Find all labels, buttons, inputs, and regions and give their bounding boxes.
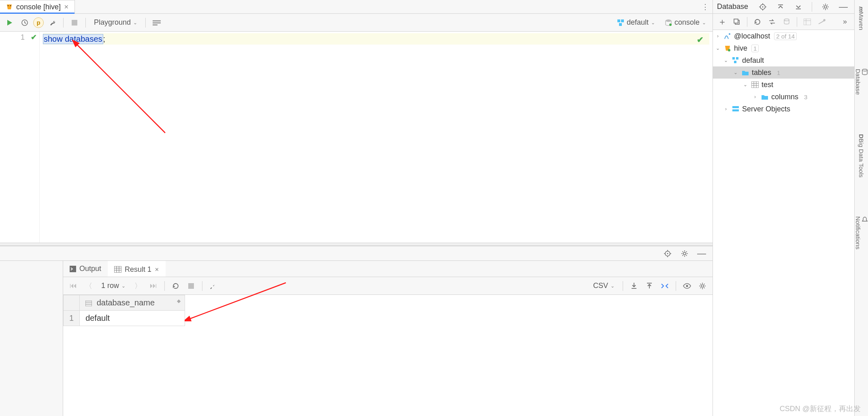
results-toolbar: ⏮ 〈 1 row ⌄ 〉 ⏭: [63, 277, 713, 295]
tree-count: 3: [802, 94, 809, 100]
tree-node-columns[interactable]: › columns 3: [713, 91, 854, 103]
results-panel-toolbar: —: [0, 246, 713, 261]
copy-button[interactable]: [730, 15, 744, 29]
run-button[interactable]: [2, 16, 16, 30]
ddl-button: [815, 15, 829, 29]
editor-content[interactable]: show databases ; ✔: [40, 32, 713, 243]
tree-node-localhost[interactable]: › @localhost 2 of 14: [713, 30, 854, 42]
sql-editor[interactable]: 1 ✔ show databases ; ✔: [0, 32, 713, 243]
compare-button[interactable]: [658, 279, 672, 293]
svg-rect-47: [736, 57, 738, 60]
export-down-button[interactable]: [627, 279, 641, 293]
close-icon[interactable]: ✕: [155, 267, 159, 273]
svg-rect-54: [732, 106, 739, 108]
locate-button[interactable]: [661, 247, 674, 260]
database-panel-title: Database: [717, 2, 752, 11]
chevron-down-icon: ⌄: [651, 20, 655, 26]
check-icon: ✔: [31, 33, 37, 42]
session-icon: [665, 19, 672, 26]
column-header-label: database_name: [97, 298, 155, 307]
tree-node-default[interactable]: ⌄ default: [713, 54, 854, 66]
row-count-dropdown[interactable]: 1 row ⌄: [97, 279, 130, 293]
chevron-down-icon: ⌄: [742, 82, 749, 87]
chevron-right-icon: ›: [752, 94, 758, 100]
sync-button[interactable]: [765, 15, 779, 29]
tree-count: 2 of 14: [774, 32, 797, 40]
reload-button[interactable]: [169, 279, 183, 293]
results-tabs: Output Result 1 ✕: [63, 261, 713, 277]
side-tab-notifications[interactable]: Notifications: [854, 213, 868, 253]
results-grid[interactable]: database_name ◆ 1 default: [63, 295, 713, 416]
table-icon: [751, 81, 759, 89]
code-text: ;: [103, 34, 106, 44]
eye-button[interactable]: [680, 279, 694, 293]
playground-dropdown[interactable]: Playground ⌄: [90, 16, 141, 30]
code-selection: show databases: [43, 34, 103, 44]
session-dropdown[interactable]: console ⌄: [661, 16, 710, 30]
tree-node-server-objects[interactable]: › Server Objects: [713, 103, 854, 115]
svg-rect-40: [804, 19, 811, 25]
svg-rect-17: [114, 266, 121, 273]
table-row[interactable]: 1 default: [64, 311, 185, 326]
close-icon[interactable]: ✕: [64, 4, 69, 10]
svg-line-12: [76, 44, 165, 133]
explain-plan-button[interactable]: [150, 16, 164, 30]
output-tab[interactable]: Output: [63, 261, 108, 277]
expand-down-button[interactable]: [791, 0, 805, 14]
gear-icon[interactable]: [678, 247, 691, 260]
add-button[interactable]: ＋: [715, 15, 729, 29]
side-tab-bigdata[interactable]: DBig Data Tools: [857, 131, 866, 181]
svg-point-45: [728, 49, 730, 51]
table-view-button: [800, 15, 814, 29]
history-button[interactable]: [18, 16, 32, 30]
right-tool-tabs: mMaven Database DBig Data Tools Notifica…: [854, 0, 868, 416]
line-number: 1: [21, 33, 25, 42]
svg-point-10: [666, 19, 671, 22]
tree-node-hive[interactable]: ⌄ hive 1: [713, 42, 854, 54]
cell-value[interactable]: default: [80, 311, 185, 326]
check-icon: ✔: [697, 35, 704, 45]
results-side-gutter: [0, 261, 63, 416]
svg-point-14: [667, 253, 668, 254]
svg-rect-49: [751, 81, 759, 88]
gear-icon[interactable]: [819, 0, 832, 14]
import-up-button[interactable]: [642, 279, 656, 293]
database-panel-header: Database —: [713, 0, 854, 14]
result-tab[interactable]: Result 1 ✕: [108, 261, 166, 277]
svg-rect-48: [734, 61, 736, 63]
column-header-database-name[interactable]: database_name ◆: [80, 295, 185, 311]
sort-icon[interactable]: ◆: [177, 298, 181, 304]
schema-dropdown[interactable]: default ⌄: [613, 16, 659, 30]
export-format-dropdown[interactable]: CSV ⌄: [589, 279, 619, 293]
svg-point-36: [824, 6, 827, 8]
table-icon: [85, 301, 92, 306]
database-tree[interactable]: › @localhost 2 of 14 ⌄ hive 1 ⌄: [713, 30, 854, 416]
refresh-button[interactable]: [751, 15, 764, 29]
tree-node-tables[interactable]: ⌄ tables 1: [713, 66, 854, 79]
editor-tab-console[interactable]: console [hive] ✕: [0, 0, 75, 13]
svg-rect-8: [621, 19, 624, 22]
minimize-button[interactable]: —: [836, 0, 850, 14]
wrench-button[interactable]: [45, 16, 59, 30]
tab-overflow-button[interactable]: ⋮: [698, 0, 713, 13]
hive-icon: [723, 44, 732, 52]
svg-rect-6: [153, 24, 157, 26]
tree-label: hive: [734, 44, 747, 53]
minimize-button[interactable]: —: [695, 247, 708, 260]
locate-button[interactable]: [756, 0, 770, 14]
svg-rect-5: [153, 22, 161, 23]
server-icon: [732, 105, 740, 113]
pin-button[interactable]: [206, 279, 220, 293]
horizontal-splitter[interactable]: [0, 243, 713, 246]
chevron-down-icon: ⌄: [611, 283, 615, 289]
playground-p-button[interactable]: p: [33, 17, 44, 28]
more-button[interactable]: »: [838, 15, 852, 29]
side-tab-database[interactable]: Database: [854, 66, 868, 98]
chevron-down-icon: ⌄: [715, 45, 721, 51]
collapse-up-button[interactable]: [774, 0, 787, 14]
gear-icon[interactable]: [696, 279, 709, 293]
side-tab-maven[interactable]: mMaven: [857, 3, 866, 33]
tree-node-test[interactable]: ⌄ test: [713, 79, 854, 91]
folder-icon: [761, 93, 769, 101]
tree-label: columns: [771, 93, 798, 101]
